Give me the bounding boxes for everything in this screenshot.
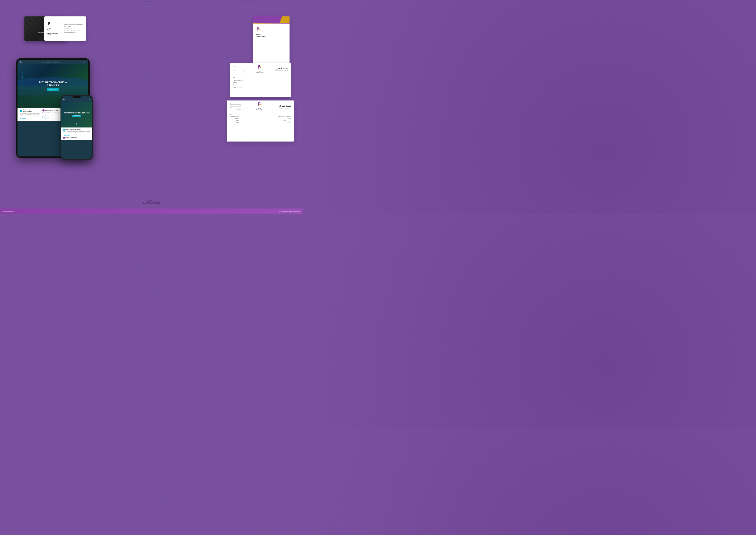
business-card-light: FutureTechnomedia Qussay Qumssan Chirman… — [44, 16, 86, 41]
payment-signature-label: التوقيع — [230, 108, 241, 110]
receipt-f-logo-icon — [257, 65, 262, 70]
payment-left-info: ريال Date.............. التوقيع — [230, 103, 241, 110]
payment-title-english: PAYMENT VOUCHER — [278, 107, 291, 109]
tablet-mobile-icon — [20, 110, 22, 112]
payment-voucher: ريال Date.............. التوقيع FutureTe… — [227, 100, 294, 142]
tablet-nav: HOME ABOUT US SERVICES ··· 🐦 📷 f — [17, 60, 88, 64]
letterhead-f-logo-icon — [256, 27, 261, 32]
payment-signatures: الختم Stamp توقيع المحاسب Accountant sig… — [0, 0, 302, 4]
person-title: Chirman — [47, 34, 58, 35]
phone-nav-menu-icon[interactable]: ≡ — [89, 99, 90, 101]
payment-no: NO. — [230, 113, 291, 116]
tablet-digital-icon — [42, 109, 44, 111]
biz-phone2: +971 565 04 4333 — [64, 28, 83, 30]
receipt-company: FutureTechnomedia — [256, 70, 263, 73]
payment-title-arabic: سند صرف — [278, 104, 291, 107]
watermark-arabic-text: مستقل — [142, 198, 160, 205]
tablet-more-info-button[interactable]: MORE INFO — [47, 88, 59, 91]
receipt-body: NO. Paid To Mr./M/S..... Amount.........… — [230, 75, 291, 90]
receipt-bank: Bank..................... — [233, 84, 288, 86]
phone-scroll-arrow: ∨ — [76, 122, 78, 125]
biz-dark-company-name: Future Technomedia — [39, 32, 52, 34]
receipt-amount: Amount.................. — [233, 81, 288, 84]
tablet-instagram-icon: 📷 — [83, 61, 85, 63]
payment-title-area: سند صرف PAYMENT VOUCHER — [278, 104, 291, 109]
tablet-hero-text: FUTURE TECHNOMEDIA SERVICES MORE INFO — [35, 81, 70, 91]
phone-hero-text: FUTURE TECHNOMEDIA SERVICES MORE INFO — [63, 112, 91, 117]
tablet-nav-logo — [20, 61, 22, 63]
payment-amount-words: مبلغ وقدره Amount.................. — [230, 118, 291, 120]
phone-digital-icon — [63, 137, 65, 139]
letterhead-ribbon — [272, 16, 290, 23]
payment-amount-box — [230, 104, 241, 106]
phone-nav: ≡ — [61, 98, 92, 101]
tablet-nav-links: HOME ABOUT US SERVICES ··· — [42, 61, 62, 63]
payment-accountant: توقيع المحاسب Accountant signature — [140, 1, 157, 3]
tablet-nav-about[interactable]: ABOUT US — [46, 61, 52, 63]
phone-screen: ≡ FUTURE TECHNOMEDIA SERVICES MORE INFO … — [61, 96, 92, 159]
payment-payee: مصرفها إلى الفاعل / الفاعلة Paid To Mr./… — [230, 116, 291, 118]
watermark-domain: mostaql.com — [142, 206, 160, 209]
watermark: مستقل mostaql.com — [142, 198, 160, 209]
tablet-nav-social: 🐦 📷 f — [81, 61, 86, 63]
biz-website: www.futuretechnomedia.com — [64, 32, 83, 34]
receipt-title-english: RECIEPT VOUCHER — [275, 70, 288, 71]
payment-header: ريال Date.............. التوقيع FutureTe… — [227, 100, 294, 112]
phone-services-section: MOBILE APP DEVELOPMENT This is a relativ… — [61, 127, 92, 140]
tablet-service-2-title: DIGITAL ADVERTISING — [45, 110, 58, 111]
tablet-bracket-left: [ — [21, 71, 23, 78]
tablet-hero-title: FUTURE TECHNOMEDIA SERVICES — [35, 81, 70, 87]
tablet-nav-home[interactable]: HOME — [42, 61, 45, 63]
phone-notch — [72, 96, 81, 98]
phone-nav-logo — [63, 99, 65, 101]
biz-phone1: +968 77 04 4316 — [64, 26, 83, 27]
tablet-nav-services[interactable]: SERVICES — [54, 61, 59, 63]
receipt-title-arabic: سند قبض — [275, 67, 288, 70]
tablet-service-1: MOBILE APPDEVELOPMENT This is a relative… — [20, 109, 41, 120]
biz-light-company: FutureTechnomedia — [47, 27, 58, 30]
receipt-currency: ريال — [233, 66, 244, 67]
phone-service-1-desc: This is a relatively new service for tho… — [63, 131, 90, 135]
f-logo-white-icon — [42, 23, 49, 31]
payment-being-info: وذلك عن Being..................... — [230, 122, 291, 124]
tablet-service-1-title: MOBILE APPDEVELOPMENT — [23, 109, 32, 112]
letterhead-body: FutureTechnomedia — [253, 23, 290, 41]
receipt-left-info: ريال Date.............. التوقيع — [233, 66, 244, 72]
tablet-nav-f-icon — [20, 61, 22, 63]
tablet-nav-dots[interactable]: ··· — [61, 61, 62, 63]
phone-more-info-button[interactable]: MORE INFO — [72, 115, 81, 117]
phone-learn-more-1[interactable]: LEARN MORE — [63, 135, 90, 136]
phone-hero-title: FUTURE TECHNOMEDIA SERVICES — [63, 112, 91, 114]
phone-nav-f-icon — [63, 99, 65, 101]
phone-service-1-title: MOBILE APP DEVELOPMENT — [66, 129, 81, 130]
payment-footer-address: 702 - Omani Society for Arts, Ghala, Mus… — [279, 211, 300, 212]
receipt-voucher: ريال Date.............. التوقيع FutureTe… — [230, 63, 291, 97]
payment-footer-website: futuretechnomedia.com — [3, 211, 14, 212]
letterhead-company-name: FutureTechnomedia — [256, 34, 287, 37]
payment-company: FutureTechnomedia — [256, 108, 263, 110]
receipt-logo-area: FutureTechnomedia — [256, 65, 263, 73]
receipt-signature-label: التوقيع — [233, 71, 244, 72]
payment-logo-area: FutureTechnomedia — [256, 102, 263, 110]
receipt-paid-to: Paid To Mr./M/S..... — [233, 79, 288, 81]
phone-frame: ≡ FUTURE TECHNOMEDIA SERVICES MORE INFO … — [61, 95, 93, 160]
payment-footer: futuretechnomedia.com 702 - Omani Societ… — [0, 209, 302, 214]
receipt-being: Being..................... — [233, 86, 288, 89]
payment-body: NO. مصرفها إلى الفاعل / الفاعلة Paid To … — [227, 112, 294, 125]
receipt-no: NO. — [233, 77, 288, 79]
tablet-service-1-desc: This is a relatively new service for tho… — [20, 113, 41, 118]
letterhead-header — [253, 16, 290, 23]
receipt-amount-box — [233, 67, 244, 69]
phone-mobile-icon — [63, 129, 65, 130]
biz-address: Office 702, Omani Society For Arts, Ghal… — [64, 30, 83, 31]
receipt-header: ريال Date.............. التوقيع FutureTe… — [230, 63, 291, 75]
phone-service-2-title: DIGITAL ADVERTISING — [66, 137, 77, 138]
letterhead: FutureTechnomedia — [253, 16, 290, 64]
payment-f-logo-icon — [257, 102, 262, 107]
tablet-learn-more-1[interactable]: LEARN MORE — [20, 118, 41, 120]
payment-bank-info: بنك / نقداً / شيك رقم Bank..............… — [230, 120, 291, 122]
biz-light-right: Qussay.Qumssan@Futuretechnomedia.com +96… — [64, 23, 83, 34]
receipt-title-area: سند قبض RECIEPT VOUCHER — [275, 67, 288, 71]
phone-mockup: ≡ FUTURE TECHNOMEDIA SERVICES MORE INFO … — [61, 95, 93, 160]
payment-received: إسم المستلم Received by — [244, 1, 256, 3]
